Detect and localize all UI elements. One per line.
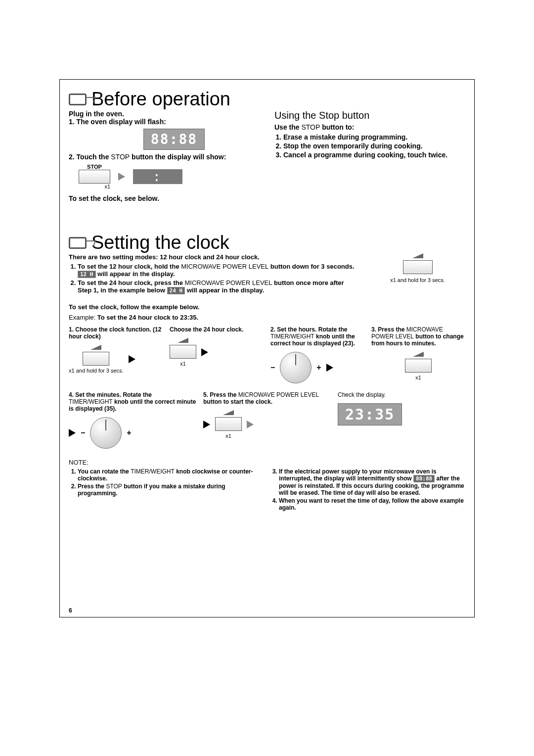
n1a: You can rotate the bbox=[78, 468, 131, 475]
step2-button-name: STOP bbox=[111, 153, 130, 161]
using-stop-title: Using the Stop button bbox=[274, 110, 465, 121]
n3chip: 88:88 bbox=[413, 475, 435, 482]
m1c: will appear in the display. bbox=[96, 270, 175, 278]
m1btn: MICROWAVE POWER LEVEL bbox=[181, 263, 268, 270]
example-line: Example: To set the 24 hour clock to 23:… bbox=[69, 314, 465, 321]
use-stop-lead-a: Use the bbox=[274, 123, 301, 131]
triangle-icon bbox=[413, 352, 424, 357]
section1-columns: Plug in the oven. 1. The oven display wi… bbox=[69, 110, 465, 202]
step-1b: Choose the 24 hour clock. x1 bbox=[170, 326, 264, 367]
notes-list: You can rotate the TIMER/WEIGHT knob clo… bbox=[78, 468, 465, 511]
step2b: button the display will show: bbox=[130, 153, 226, 161]
arrow-icon bbox=[118, 173, 125, 181]
button-rect-icon bbox=[403, 260, 433, 274]
power-level-btn-icon: x1 bbox=[215, 410, 242, 439]
s4visual: − + bbox=[69, 417, 196, 449]
step1-text: 1. The oven display will flash: bbox=[69, 118, 260, 126]
blank-display-icon: : bbox=[133, 169, 182, 184]
n1n: TIMER/WEIGHT bbox=[131, 468, 175, 475]
chip-24h: 24 H bbox=[167, 287, 185, 294]
s1num: 1. bbox=[69, 326, 74, 333]
step2-text: 2. Touch the STOP button the display wil… bbox=[69, 153, 260, 161]
minus-icon: − bbox=[270, 363, 275, 372]
section1-left: Plug in the oven. 1. The oven display wi… bbox=[69, 110, 260, 202]
m1a: To set the 12 hour clock, hold the bbox=[78, 263, 181, 270]
m1b: button down for 3 seconds. bbox=[268, 263, 354, 270]
timer-knob-icon bbox=[90, 417, 122, 449]
note-2: Press the STOP button if you make a mist… bbox=[78, 483, 264, 497]
s3num: 3. bbox=[371, 326, 376, 333]
page-number: 6 bbox=[69, 607, 72, 614]
m2btn: MICROWAVE POWER LEVEL bbox=[185, 279, 272, 286]
timer-knob-icon bbox=[280, 352, 312, 383]
s5num: 5. bbox=[203, 391, 208, 398]
m2c: will appear in the display. bbox=[185, 286, 264, 294]
triangle-icon bbox=[223, 410, 234, 415]
s2visual: − + bbox=[270, 352, 364, 383]
triangle-icon bbox=[412, 253, 423, 258]
step2a: Touch the bbox=[77, 153, 111, 161]
stop-times: x1 bbox=[79, 184, 110, 189]
step-check: Check the display. 23:35 bbox=[338, 391, 465, 425]
s3visual: x1 bbox=[371, 352, 465, 380]
step2-num: 2. bbox=[69, 153, 77, 161]
stop-use-3: Cancel a programme during cooking, touch… bbox=[283, 151, 465, 159]
oven-display-digits: 88:88 bbox=[151, 131, 197, 147]
step-5: 5. Press the MICROWAVE POWER LEVEL butto… bbox=[203, 391, 331, 439]
oven-display: 88:88 bbox=[143, 129, 205, 150]
example-label: Example: bbox=[69, 314, 95, 321]
s2n: TIMER/WEIGHT bbox=[270, 333, 314, 340]
stop-label: STOP bbox=[79, 164, 110, 170]
s4a: Set the minutes. Rotate the bbox=[75, 391, 152, 398]
arrow-icon bbox=[247, 421, 254, 428]
mode-12h: To set the 12 hour clock, hold the MICRO… bbox=[78, 263, 355, 278]
step-2: 2. Set the hours. Rotate the TIMER/WEIGH… bbox=[270, 326, 364, 383]
s5a: Press the bbox=[210, 391, 238, 398]
s3caption: x1 bbox=[415, 375, 421, 380]
colon-display: : bbox=[133, 169, 161, 184]
step1-body: The oven display will flash: bbox=[77, 118, 166, 126]
arrow-icon bbox=[326, 364, 333, 372]
button-rect-icon bbox=[215, 417, 242, 431]
stop-sequence: STOP x1 : bbox=[79, 164, 260, 189]
note-1: You can rotate the TIMER/WEIGHT knob clo… bbox=[78, 468, 264, 482]
set-clock-note: To set the clock, see below. bbox=[69, 194, 260, 202]
manual-page: Before operation Plug in the oven. 1. Th… bbox=[59, 79, 475, 617]
triangle-icon bbox=[178, 338, 188, 343]
right-hint: x1 and hold for 3 secs. bbox=[370, 277, 465, 283]
check-title: Check the display. bbox=[338, 391, 386, 398]
chip-12h: 12 H bbox=[78, 271, 96, 278]
use-stop-lead: Use the STOP button to: bbox=[274, 123, 465, 131]
s4n: TIMER/WEIGHT bbox=[69, 398, 113, 405]
hand-note-icon bbox=[69, 94, 87, 105]
n3a: If the electrical power supply to your m… bbox=[279, 468, 437, 482]
result-digits: 23:35 bbox=[345, 406, 395, 423]
arrow-icon bbox=[129, 355, 135, 363]
mode-right-visual: x1 and hold for 3 secs. bbox=[370, 253, 465, 296]
use-stop-lead-b: button to: bbox=[320, 123, 354, 131]
hand-note-icon bbox=[69, 237, 87, 249]
mode-24h: To set the 24 hour clock, press the MICR… bbox=[78, 279, 355, 294]
s1caption: x1 and hold for 3 secs. bbox=[69, 368, 124, 374]
power-level-btn-icon bbox=[370, 253, 465, 274]
s5b: button to start the clock. bbox=[203, 398, 272, 405]
section1-right: Using the Stop button Use the STOP butto… bbox=[274, 110, 465, 202]
note-label: NOTE: bbox=[69, 459, 465, 466]
section-title-2: Setting the clock bbox=[91, 232, 229, 253]
s1bcaption: x1 bbox=[180, 361, 186, 367]
arrow-icon bbox=[203, 421, 210, 428]
check-visual: 23:35 bbox=[338, 403, 465, 425]
power-level-btn-icon: x1 bbox=[405, 352, 432, 380]
steps-row-1: 1. Choose the clock function. (12 hour c… bbox=[69, 326, 465, 383]
s1btitle: Choose the 24 hour clock. bbox=[170, 326, 243, 333]
stop-button-diagram: STOP x1 bbox=[79, 164, 110, 189]
step-3: 3. Press the MICROWAVE POWER LEVEL butto… bbox=[371, 326, 465, 380]
note-3: If the electrical power supply to your m… bbox=[279, 468, 465, 496]
mode-text: There are two setting modes: 12 hour clo… bbox=[69, 253, 355, 296]
plus-icon: + bbox=[127, 428, 131, 437]
step-1: 1. Choose the clock function. (12 hour c… bbox=[69, 326, 163, 374]
stop-uses-list: Erase a mistake during programming. Stop… bbox=[283, 133, 465, 159]
step-4: 4. Set the minutes. Rotate the TIMER/WEI… bbox=[69, 391, 196, 449]
mode-list: To set the 12 hour clock, hold the MICRO… bbox=[78, 263, 355, 294]
minus-icon: − bbox=[81, 428, 85, 437]
